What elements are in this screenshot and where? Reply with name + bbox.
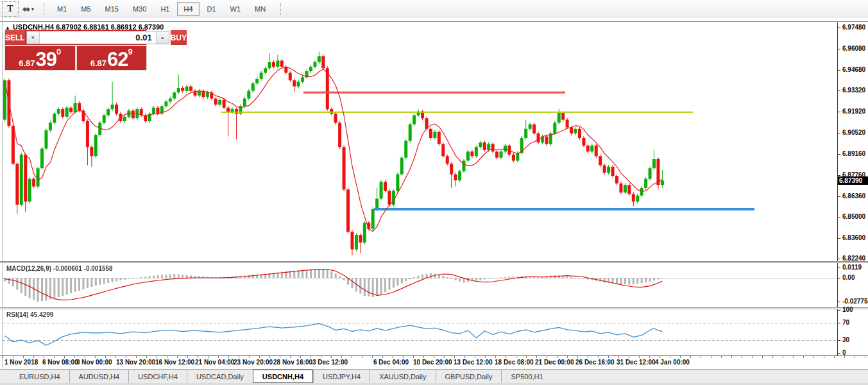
time-axis-label: 10 Dec 20:00 (413, 359, 452, 366)
time-axis-label: 6 Dec 04:00 (373, 359, 409, 366)
buy-button[interactable]: BUY (171, 30, 187, 45)
toolbar-separator (44, 3, 45, 15)
time-axis-label: 31 Dec 12:00 (617, 359, 656, 366)
sell-price-prefix: 6.87 (19, 58, 35, 68)
macd-axis-label: 0.0119 (838, 264, 862, 271)
trading-app-window: T ◆◆ ▾ M1M5M15M30H1H4D1W1MN ▲USDCNH,H4 6… (0, 0, 868, 385)
timeframe-button-m15[interactable]: M15 (99, 2, 125, 16)
sell-price-pip: 0 (56, 47, 61, 56)
volume-input[interactable] (40, 31, 156, 44)
timeframe-button-d1[interactable]: D1 (201, 2, 223, 16)
timeframe-button-h4[interactable]: H4 (177, 2, 199, 16)
text-label-tool-button[interactable]: T (2, 1, 19, 17)
tab-audusd[interactable]: AUDUSD,H4 (69, 370, 129, 382)
time-axis-label: 13 Nov 20:00 (116, 359, 155, 366)
buy-price-big: 62 (107, 51, 128, 68)
buy-price-prefix: 6.87 (90, 58, 106, 68)
chart-window: ▲USDCNH,H4 6.87902 6.88161 6.86912 6.873… (0, 18, 868, 369)
price-axis-label: 6.96080 (838, 45, 865, 53)
rsi-pane-canvas[interactable] (3, 309, 837, 355)
diamonds-icon: ◆◆ (22, 6, 29, 12)
time-axis-label: 23 Nov 20:00 (234, 359, 273, 366)
tab-sp500[interactable]: SP500,H1 (501, 370, 552, 382)
macd-axis[interactable]: 0.01190.00-0.027754 (837, 263, 868, 307)
toolbar-separator (280, 3, 282, 15)
price-axis-label: 6.94680 (838, 66, 865, 74)
time-axis-label: 28 Nov 16:00 (273, 359, 312, 366)
price-axis-label: 6.89160 (838, 150, 865, 158)
macd-axis-label: -0.027754 (838, 298, 868, 305)
time-axis-label: 4 Jan 00:00 (655, 359, 690, 366)
timeframe-button-m5[interactable]: M5 (74, 2, 97, 16)
price-axis-label: 6.93320 (838, 87, 865, 94)
time-axis-label: 1 Nov 2018 (4, 359, 38, 366)
time-axis-label: 18 Dec 08:00 (495, 359, 534, 366)
objects-dropdown-button[interactable]: ◆◆ ▾ (21, 1, 36, 17)
price-axis-label: 6.83600 (838, 234, 865, 242)
sell-button[interactable]: SELL (5, 30, 25, 45)
tab-usdcad[interactable]: USDCAD,Daily (187, 370, 253, 382)
sell-price-big: 39 (36, 51, 56, 68)
time-axis-label: 6 Nov 08:00 (42, 359, 78, 366)
price-axis-label: 6.82240 (838, 255, 865, 262)
price-axis-label: 6.91920 (838, 108, 865, 116)
timeframe-button-m1[interactable]: M1 (51, 2, 73, 16)
price-axis-label: 6.97480 (838, 24, 865, 31)
timeframe-button-group: M1M5M15M30H1H4D1W1MN (50, 2, 273, 16)
chart-tab-bar: EURUSD,H4AUDUSD,H4USDCHF,H4USDCAD,DailyU… (0, 369, 868, 385)
tab-usdcnh[interactable]: USDCNH,H4 (253, 370, 313, 383)
sell-price-tile[interactable]: 6.87 39 0 (5, 46, 75, 70)
rsi-axis-label: 70 (838, 319, 849, 327)
volume-increase-button[interactable]: ▲ (156, 31, 169, 44)
time-axis-label: 16 Nov 12:00 (155, 359, 194, 366)
tab-gbpusd[interactable]: GBPUSD,Daily (436, 370, 502, 382)
buy-price-tile[interactable]: 6.87 62 9 (75, 46, 147, 70)
timeframe-button-w1[interactable]: W1 (224, 2, 248, 16)
toolbar: T ◆◆ ▾ M1M5M15M30H1H4D1W1MN (0, 0, 868, 19)
chevron-down-icon: ▾ (31, 6, 34, 12)
timeframe-button-m30[interactable]: M30 (126, 2, 153, 16)
time-axis-label: 21 Nov 04:00 (195, 359, 234, 366)
time-axis-label: 9 Nov 00:00 (76, 359, 112, 366)
tab-eurusd[interactable]: EURUSD,H4 (10, 370, 69, 382)
macd-indicator-label: MACD(12,26,9) -0.000601 -0.001558 (6, 265, 113, 272)
tab-usdchf[interactable]: USDCHF,H4 (128, 370, 187, 382)
price-axis-label: 6.86360 (838, 193, 865, 200)
volume-decrease-button[interactable]: ▼ (27, 31, 40, 44)
rsi-name: RSI(14) (6, 311, 28, 318)
macd-axis-label: 0.00 (838, 274, 855, 282)
rsi-axis-label: 0 (838, 349, 846, 357)
price-axis[interactable]: 6.974806.960806.946806.933206.919206.905… (837, 22, 868, 261)
tab-usdjpy[interactable]: USDJPY,H4 (313, 370, 370, 382)
rsi-axis[interactable]: 10070300 (837, 309, 868, 355)
tab-xauusd[interactable]: XAUUSD,Daily (370, 370, 435, 382)
time-axis-label: 26 Dec 16:00 (575, 359, 615, 366)
rsi-axis-label: 100 (838, 306, 853, 314)
timeframe-button-mn[interactable]: MN (248, 2, 272, 16)
one-click-trading-panel: SELL ▼ ▲ BUY 6.87 39 0 6.87 62 9 (5, 30, 146, 70)
volume-spinner: ▼ ▲ (26, 31, 169, 44)
macd-current-values: -0.000601 -0.001558 (53, 265, 113, 272)
timeframe-button-h1[interactable]: H1 (154, 2, 176, 16)
macd-pane-canvas[interactable] (3, 263, 837, 307)
buy-price-pip: 9 (128, 47, 133, 56)
time-axis[interactable]: 1 Nov 20186 Nov 08:009 Nov 00:0013 Nov 2… (3, 356, 868, 369)
time-axis-label: 21 Dec 00:00 (535, 359, 574, 366)
price-axis-label: 6.90520 (838, 129, 865, 137)
time-axis-label: 13 Dec 12:00 (454, 359, 493, 366)
price-axis-label: 6.85000 (838, 213, 865, 221)
rsi-indicator-label: RSI(14) 45.4299 (6, 311, 53, 318)
current-price-tag: 6.87390 (838, 176, 868, 185)
rsi-current-value: 45.4299 (30, 311, 53, 318)
chart-pane-border (0, 21, 868, 22)
rsi-axis-label: 30 (838, 336, 849, 344)
time-axis-label: 3 Dec 12:00 (312, 359, 348, 366)
macd-name: MACD(12,26,9) (6, 265, 51, 272)
